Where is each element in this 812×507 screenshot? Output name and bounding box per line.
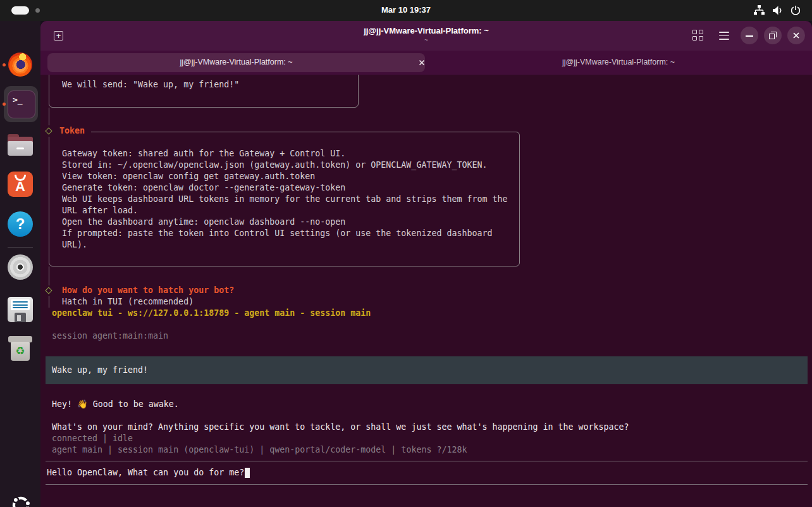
wizard-connector-line	[49, 296, 49, 308]
user-message-text: Wake up, my friend!	[52, 365, 148, 376]
terminal-window: + jj@jj-VMware-Virtual-Platform: ~ ~	[40, 21, 812, 507]
reply-question: What's on your mind? Anything specific y…	[52, 422, 629, 433]
token-line: URL after load.	[62, 205, 138, 216]
floppy-slot	[17, 315, 21, 321]
system-top-bar: Mar 10 19:37	[0, 0, 812, 21]
tab-1-label: jj@jj-VMware-Virtual-Platform: ~	[47, 58, 425, 66]
help-icon[interactable]: ?	[8, 211, 33, 237]
wizard-connector-line	[49, 108, 49, 127]
tab-1-active[interactable]: jj@jj-VMware-Virtual-Platform: ~	[47, 53, 425, 72]
tui-launch-line: openclaw tui - ws://127.0.0.1:18789 - ag…	[52, 308, 371, 319]
terminal-running-dot	[3, 103, 6, 106]
power-icon[interactable]	[790, 5, 801, 16]
session-line: session agent:main:main	[52, 330, 168, 342]
token-line: Web UI keeps dashboard URL tokens in mem…	[62, 194, 507, 205]
disc-icon[interactable]	[8, 254, 33, 280]
minimize-icon	[746, 35, 753, 37]
firefox-icon[interactable]	[8, 53, 32, 77]
hatch-question: How do you want to hatch your bot?	[62, 285, 234, 296]
text-cursor	[245, 468, 250, 478]
token-title: Token	[59, 125, 85, 137]
token-line: Open the dashboard anytime: openclaw das…	[62, 216, 345, 228]
chat-input[interactable]: Hello OpenClaw, What can you do for me?	[47, 467, 250, 479]
token-line: Stored in: ~/.openclaw/openclaw.json (ga…	[62, 160, 487, 171]
trash-icon[interactable]: ♻	[8, 336, 33, 361]
status-connection: connected | idle	[52, 433, 133, 444]
diamond-icon	[45, 127, 52, 134]
diamond-icon	[45, 287, 52, 294]
network-icon[interactable]	[753, 5, 765, 16]
hatch-selected-option[interactable]: Hatch in TUI (recommended)	[62, 296, 194, 308]
token-line: View token: openclaw config get gateway.…	[62, 171, 315, 182]
input-divider-bottom	[46, 484, 808, 485]
user-message-bar	[46, 356, 808, 384]
floppy-label	[11, 299, 30, 310]
ubuntu-software-icon[interactable]: A	[8, 172, 33, 197]
terminal-icon[interactable]: >_	[8, 91, 35, 118]
status-agent: agent main | session main (openclaw-tui)…	[52, 444, 467, 456]
close-icon	[792, 32, 800, 39]
tab-2-inactive[interactable]: jj@jj-VMware-Virtual-Platform: ~	[425, 53, 812, 72]
dock: >_ A ? ♻	[0, 21, 40, 507]
restore-button[interactable]	[764, 27, 782, 44]
tab-overview-icon[interactable]	[692, 30, 705, 42]
trash-recycle-glyph: ♻	[11, 342, 30, 361]
input-divider-top	[46, 461, 808, 461]
close-button[interactable]	[787, 27, 805, 44]
restore-icon-front	[769, 34, 775, 39]
wizard-connector-line	[49, 266, 49, 285]
token-line: If prompted: paste the token into Contro…	[62, 228, 492, 239]
menu-icon[interactable]	[719, 32, 729, 40]
floppy-icon[interactable]	[8, 297, 33, 322]
token-line: Gateway token: shared auth for the Gatew…	[62, 148, 345, 160]
reply-greeting: Hey! 👋 Good to be awake.	[52, 399, 179, 410]
bag-letter: A	[8, 178, 33, 195]
window-titlebar: + jj@jj-VMware-Virtual-Platform: ~ ~	[40, 21, 812, 51]
chat-input-value: Hello OpenClaw, What can you do for me?	[47, 467, 244, 479]
firefox-running-dot	[3, 63, 6, 66]
token-line: URL).	[62, 239, 87, 251]
tab-2-label: jj@jj-VMware-Virtual-Platform: ~	[425, 58, 812, 66]
send-preview-line: We will send: "Wake up, my friend!"	[62, 79, 239, 91]
show-apps-icon[interactable]	[9, 493, 33, 507]
tab-bar: jj@jj-VMware-Virtual-Platform: ~ jj@jj-V…	[40, 51, 812, 75]
volume-icon[interactable]	[772, 5, 784, 16]
token-header: Token	[43, 125, 91, 137]
folder-dash	[16, 147, 24, 149]
files-icon[interactable]	[8, 134, 33, 156]
terminal-content: We will send: "Wake up, my friend!" Toke…	[40, 75, 812, 507]
token-line: Generate token: openclaw doctor --genera…	[62, 182, 345, 194]
minimize-button[interactable]	[741, 27, 758, 44]
desktop: Mar 10 19:37 >_ A	[0, 0, 812, 507]
dock-separator	[8, 247, 33, 247]
clock[interactable]: Mar 10 19:37	[0, 5, 812, 15]
